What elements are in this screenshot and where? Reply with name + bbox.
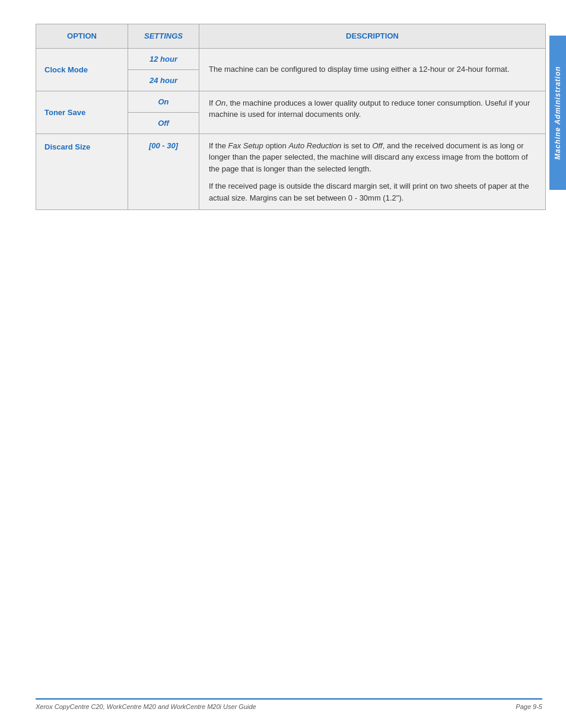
sidebar-label: Machine Administration (549, 36, 566, 190)
footer-left: Xerox CopyCentre C20, WorkCentre M20 and… (36, 703, 256, 710)
table-row: Toner Save On If On, the machine produce… (36, 91, 546, 112)
page-container: Machine Administration OPTION SETTINGS D… (0, 0, 566, 728)
table-row: Discard Size [00 - 30] If the Fax Setup … (36, 133, 546, 210)
setting-24hour: 24 hour (128, 69, 199, 91)
option-toner-save: Toner Save (36, 91, 128, 133)
setting-off: Off (128, 112, 199, 133)
setting-12hour: 12 hour (128, 48, 199, 69)
header-description: DESCRIPTION (199, 24, 546, 49)
setting-on: On (128, 91, 199, 112)
setting-discard-range: [00 - 30] (128, 133, 199, 210)
header-settings: SETTINGS (128, 24, 199, 49)
footer-right: Page 9-5 (516, 703, 542, 710)
desc-discard-size: If the Fax Setup option Auto Reduction i… (199, 133, 546, 210)
table-header-row: OPTION SETTINGS DESCRIPTION (36, 24, 546, 49)
desc-toner-text: If On, the machine produces a lower qual… (209, 98, 530, 119)
desc-discard-p2: If the received page is outside the disc… (209, 180, 536, 204)
option-clock-mode: Clock Mode (36, 48, 128, 91)
footer: Xerox CopyCentre C20, WorkCentre M20 and… (36, 698, 542, 710)
option-discard-size: Discard Size (36, 133, 128, 210)
desc-discard-p1: If the Fax Setup option Auto Reduction i… (209, 140, 536, 175)
main-table: OPTION SETTINGS DESCRIPTION Clock Mode 1… (36, 24, 546, 210)
table-row: Clock Mode 12 hour The machine can be co… (36, 48, 546, 69)
header-option: OPTION (36, 24, 128, 49)
desc-clock-mode: The machine can be configured to display… (199, 48, 546, 91)
desc-toner-save: If On, the machine produces a lower qual… (199, 91, 546, 133)
